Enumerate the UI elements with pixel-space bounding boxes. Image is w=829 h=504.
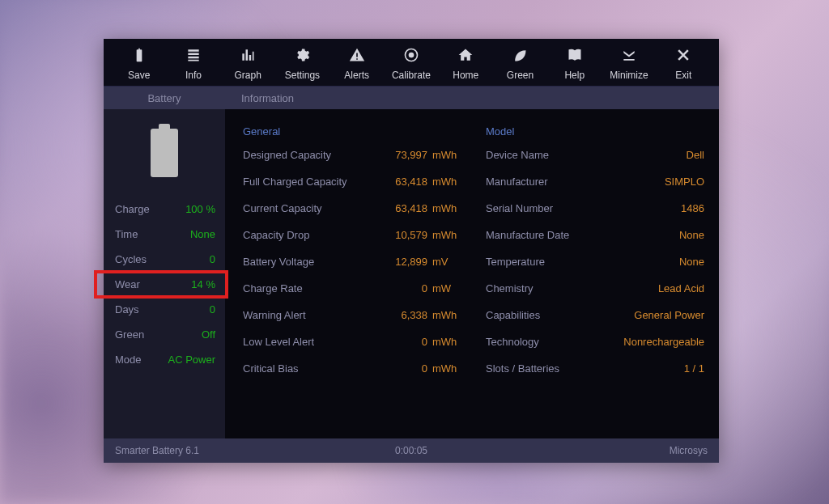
data-key: Serial Number — [486, 202, 553, 214]
stat-label: Wear — [115, 278, 140, 290]
stat-value: 0 — [210, 303, 215, 316]
data-key: Temperature — [486, 256, 545, 268]
data-unit: mWh — [432, 229, 461, 241]
stat-label: Mode — [115, 354, 142, 366]
model-title: Model — [486, 125, 704, 138]
stat-label: Green — [115, 328, 144, 341]
main-panel: General Designed Capacity73,997mWhFull C… — [225, 109, 719, 438]
toolbar-label: Exit — [675, 70, 691, 81]
data-value: 0 — [384, 362, 427, 375]
graph-button[interactable]: Graph — [221, 45, 275, 81]
data-key: Battery Voltage — [243, 256, 314, 268]
data-key: Capacity Drop — [243, 229, 309, 241]
home-icon — [456, 45, 475, 65]
toolbar-label: Info — [185, 70, 202, 81]
minimize-button[interactable]: Minimize — [602, 45, 656, 81]
toolbar-label: Alerts — [344, 70, 369, 81]
data-value: SIMPLO — [665, 176, 704, 188]
stat-label: Cycles — [115, 253, 147, 265]
stat-value: None — [190, 228, 215, 240]
data-unit: mWh — [432, 362, 461, 375]
data-value: 0 — [384, 282, 427, 294]
data-key: Full Charged Capacity — [243, 176, 347, 188]
alerts-button[interactable]: Alerts — [329, 45, 384, 81]
data-row: Device NameDell — [486, 149, 704, 161]
toolbar: SaveInfoGraphSettingsAlertsCalibrateHome… — [104, 39, 719, 87]
data-value: 63,418 — [384, 176, 427, 188]
green-button[interactable]: Green — [493, 45, 547, 81]
data-value: Lead Acid — [658, 282, 704, 294]
sidebar: Charge100 %TimeNoneCycles0Wear14 %Days0G… — [104, 109, 225, 438]
stat-value: 0 — [210, 253, 215, 265]
status-bar: Smarter Battery 6.1 0:00:05 Microsys — [104, 438, 719, 463]
help-button[interactable]: Help — [547, 45, 602, 81]
data-value: None — [679, 256, 704, 268]
tab-battery[interactable]: Battery — [104, 87, 225, 109]
data-key: Manufacturer — [486, 176, 548, 188]
data-row: CapabilitiesGeneral Power — [486, 309, 704, 321]
data-key: Slots / Batteries — [486, 362, 559, 375]
data-key: Charge Rate — [243, 282, 303, 294]
data-key: Low Level Alert — [243, 336, 314, 348]
exit-button[interactable]: Exit — [657, 45, 711, 81]
data-unit: mV — [432, 256, 461, 268]
stat-row-time: TimeNone — [104, 222, 225, 247]
data-value: General Power — [634, 309, 704, 321]
data-key: Current Capacity — [243, 202, 322, 214]
data-value: 0 — [384, 336, 427, 348]
toolbar-label: Home — [453, 70, 478, 81]
data-unit: mWh — [432, 309, 461, 321]
target-icon — [402, 45, 421, 65]
data-row: Slots / Batteries1 / 1 — [486, 362, 704, 375]
data-row: TechnologyNonrechargeable — [486, 336, 704, 348]
stat-row-cycles: Cycles0 — [104, 247, 225, 272]
data-key: Critical Bias — [243, 362, 299, 375]
save-button[interactable]: Save — [112, 45, 166, 81]
data-row: TemperatureNone — [486, 256, 704, 268]
status-vendor: Microsys — [670, 445, 708, 456]
toolbar-label: Help — [564, 70, 585, 81]
battery-level-icon — [104, 117, 225, 197]
stat-row-green: GreenOff — [104, 322, 225, 347]
toolbar-label: Graph — [234, 70, 261, 81]
tab-information[interactable]: Information — [225, 87, 719, 109]
tab-bar: Battery Information — [104, 87, 719, 109]
status-app-name: Smarter Battery 6.1 — [115, 445, 199, 456]
settings-button[interactable]: Settings — [275, 45, 329, 81]
warning-icon — [347, 45, 367, 65]
data-key: Warning Alert — [243, 309, 306, 321]
data-row: Full Charged Capacity63,418mWh — [243, 176, 461, 188]
model-column: Model Device NameDellManufacturerSIMPLOS… — [486, 125, 704, 430]
data-value: Dell — [687, 149, 704, 161]
stat-value: 14 % — [191, 278, 215, 290]
general-title: General — [243, 125, 461, 138]
stat-label: Charge — [115, 203, 150, 215]
data-row: Battery Voltage12,899mV — [243, 256, 461, 268]
data-row: Manufacture DateNone — [486, 229, 704, 241]
toolbar-label: Green — [507, 70, 534, 81]
data-row: Warning Alert6,338mWh — [243, 309, 461, 321]
data-key: Designed Capacity — [243, 149, 331, 161]
data-value: 12,899 — [384, 256, 427, 268]
info-button[interactable]: Info — [166, 45, 220, 81]
data-row: Current Capacity63,418mWh — [243, 202, 461, 214]
data-value: 63,418 — [384, 202, 427, 214]
data-row: ManufacturerSIMPLO — [486, 176, 704, 188]
stat-row-mode: ModeAC Power — [104, 347, 225, 372]
svg-point-1 — [409, 53, 414, 58]
data-unit: mWh — [432, 176, 461, 188]
stat-row-days: Days0 — [104, 297, 225, 322]
data-value: 1486 — [681, 202, 704, 214]
toolbar-label: Calibrate — [392, 70, 431, 81]
general-column: General Designed Capacity73,997mWhFull C… — [243, 125, 461, 430]
calibrate-button[interactable]: Calibrate — [384, 45, 438, 81]
status-elapsed: 0:00:05 — [395, 445, 427, 456]
data-row: Designed Capacity73,997mWh — [243, 149, 461, 161]
gear-icon — [292, 45, 312, 65]
stat-row-wear: Wear14 % — [96, 272, 227, 297]
toolbar-label: Settings — [285, 70, 320, 81]
app-window: SaveInfoGraphSettingsAlertsCalibrateHome… — [104, 39, 719, 463]
stat-label: Time — [115, 228, 138, 240]
data-row: Critical Bias0mWh — [243, 362, 461, 375]
home-button[interactable]: Home — [439, 45, 493, 81]
